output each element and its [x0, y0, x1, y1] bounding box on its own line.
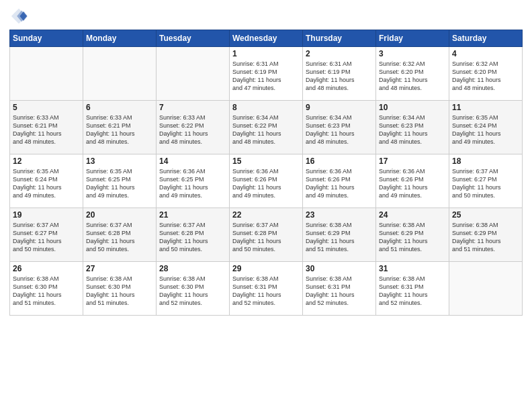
- cell-content: Sunrise: 6:36 AM Sunset: 6:26 PM Dayligh…: [306, 167, 373, 200]
- calendar-cell: 17Sunrise: 6:36 AM Sunset: 6:26 PM Dayli…: [376, 154, 449, 208]
- cell-content: Sunrise: 6:33 AM Sunset: 6:21 PM Dayligh…: [13, 113, 80, 146]
- calendar-cell: 24Sunrise: 6:38 AM Sunset: 6:29 PM Dayli…: [376, 208, 449, 262]
- day-number: 18: [452, 156, 519, 166]
- day-number: 1: [232, 49, 300, 58]
- day-number: 8: [232, 103, 300, 112]
- calendar-header: SundayMondayTuesdayWednesdayThursdayFrid…: [10, 30, 523, 47]
- cell-content: Sunrise: 6:35 AM Sunset: 6:25 PM Dayligh…: [86, 167, 153, 200]
- calendar-cell: 27Sunrise: 6:38 AM Sunset: 6:30 PM Dayli…: [83, 262, 157, 316]
- calendar-cell: 7Sunrise: 6:33 AM Sunset: 6:22 PM Daylig…: [157, 101, 230, 154]
- calendar-cell: 11Sunrise: 6:35 AM Sunset: 6:24 PM Dayli…: [449, 101, 523, 154]
- calendar-cell: 3Sunrise: 6:32 AM Sunset: 6:20 PM Daylig…: [376, 47, 449, 101]
- cell-content: Sunrise: 6:37 AM Sunset: 6:27 PM Dayligh…: [13, 221, 80, 254]
- day-number: 10: [379, 103, 446, 112]
- calendar-cell: 2Sunrise: 6:31 AM Sunset: 6:19 PM Daylig…: [303, 47, 376, 101]
- calendar-cell: 20Sunrise: 6:37 AM Sunset: 6:28 PM Dayli…: [83, 208, 157, 262]
- calendar-cell: 13Sunrise: 6:35 AM Sunset: 6:25 PM Dayli…: [83, 154, 157, 208]
- day-number: 7: [159, 103, 226, 112]
- cell-content: Sunrise: 6:38 AM Sunset: 6:29 PM Dayligh…: [306, 221, 373, 254]
- calendar-cell: 25Sunrise: 6:38 AM Sunset: 6:29 PM Dayli…: [449, 208, 523, 262]
- calendar-week-row: 1Sunrise: 6:31 AM Sunset: 6:19 PM Daylig…: [10, 47, 523, 101]
- cell-content: Sunrise: 6:36 AM Sunset: 6:25 PM Dayligh…: [159, 167, 226, 200]
- day-number: 15: [232, 156, 300, 166]
- calendar-cell: 21Sunrise: 6:37 AM Sunset: 6:28 PM Dayli…: [157, 208, 230, 262]
- calendar-cell: 4Sunrise: 6:32 AM Sunset: 6:20 PM Daylig…: [449, 47, 523, 101]
- calendar-cell: 10Sunrise: 6:34 AM Sunset: 6:23 PM Dayli…: [376, 101, 449, 154]
- day-number: 26: [13, 264, 80, 273]
- day-number: 12: [13, 156, 80, 166]
- day-number: 13: [86, 156, 153, 166]
- day-number: 9: [306, 103, 373, 112]
- cell-content: Sunrise: 6:38 AM Sunset: 6:30 PM Dayligh…: [13, 275, 80, 308]
- cell-content: Sunrise: 6:38 AM Sunset: 6:30 PM Dayligh…: [86, 275, 153, 308]
- calendar-cell: 9Sunrise: 6:34 AM Sunset: 6:23 PM Daylig…: [303, 101, 376, 154]
- weekday-header: Monday: [83, 30, 157, 47]
- calendar-cell: [10, 47, 83, 101]
- cell-content: Sunrise: 6:38 AM Sunset: 6:31 PM Dayligh…: [232, 275, 300, 308]
- day-number: 6: [86, 103, 153, 112]
- calendar-cell: [83, 47, 157, 101]
- cell-content: Sunrise: 6:33 AM Sunset: 6:22 PM Dayligh…: [159, 113, 226, 146]
- weekday-header: Sunday: [10, 30, 83, 47]
- weekday-header: Wednesday: [230, 30, 303, 47]
- calendar-cell: 14Sunrise: 6:36 AM Sunset: 6:25 PM Dayli…: [157, 154, 230, 208]
- day-number: 20: [86, 210, 153, 220]
- calendar-cell: 12Sunrise: 6:35 AM Sunset: 6:24 PM Dayli…: [10, 154, 83, 208]
- calendar-cell: 22Sunrise: 6:37 AM Sunset: 6:28 PM Dayli…: [230, 208, 303, 262]
- calendar-cell: 5Sunrise: 6:33 AM Sunset: 6:21 PM Daylig…: [10, 101, 83, 154]
- calendar-cell: 29Sunrise: 6:38 AM Sunset: 6:31 PM Dayli…: [230, 262, 303, 316]
- weekday-row: SundayMondayTuesdayWednesdayThursdayFrid…: [10, 30, 523, 47]
- calendar-cell: 1Sunrise: 6:31 AM Sunset: 6:19 PM Daylig…: [230, 47, 303, 101]
- cell-content: Sunrise: 6:35 AM Sunset: 6:24 PM Dayligh…: [452, 113, 519, 146]
- day-number: 19: [13, 210, 80, 220]
- cell-content: Sunrise: 6:37 AM Sunset: 6:28 PM Dayligh…: [86, 221, 153, 254]
- calendar-cell: 6Sunrise: 6:33 AM Sunset: 6:21 PM Daylig…: [83, 101, 157, 154]
- day-number: 21: [159, 210, 226, 220]
- weekday-header: Saturday: [449, 30, 523, 47]
- cell-content: Sunrise: 6:38 AM Sunset: 6:30 PM Dayligh…: [159, 275, 226, 308]
- calendar-cell: 31Sunrise: 6:38 AM Sunset: 6:31 PM Dayli…: [376, 262, 449, 316]
- day-number: 11: [452, 103, 519, 112]
- day-number: 14: [159, 156, 226, 166]
- calendar-cell: [157, 47, 230, 101]
- calendar-body: 1Sunrise: 6:31 AM Sunset: 6:19 PM Daylig…: [10, 47, 523, 316]
- day-number: 22: [232, 210, 300, 220]
- day-number: 27: [86, 264, 153, 273]
- cell-content: Sunrise: 6:37 AM Sunset: 6:27 PM Dayligh…: [452, 167, 519, 200]
- cell-content: Sunrise: 6:36 AM Sunset: 6:26 PM Dayligh…: [232, 167, 300, 200]
- calendar-cell: 8Sunrise: 6:34 AM Sunset: 6:22 PM Daylig…: [230, 101, 303, 154]
- cell-content: Sunrise: 6:38 AM Sunset: 6:29 PM Dayligh…: [452, 221, 519, 254]
- day-number: 25: [452, 210, 519, 220]
- day-number: 4: [452, 49, 519, 58]
- cell-content: Sunrise: 6:38 AM Sunset: 6:29 PM Dayligh…: [379, 221, 446, 254]
- day-number: 17: [379, 156, 446, 166]
- cell-content: Sunrise: 6:35 AM Sunset: 6:24 PM Dayligh…: [13, 167, 80, 200]
- calendar-week-row: 5Sunrise: 6:33 AM Sunset: 6:21 PM Daylig…: [10, 101, 523, 154]
- day-number: 16: [306, 156, 373, 166]
- calendar-cell: 30Sunrise: 6:38 AM Sunset: 6:31 PM Dayli…: [303, 262, 376, 316]
- calendar-week-row: 26Sunrise: 6:38 AM Sunset: 6:30 PM Dayli…: [10, 262, 523, 316]
- calendar-cell: 15Sunrise: 6:36 AM Sunset: 6:26 PM Dayli…: [230, 154, 303, 208]
- day-number: 29: [232, 264, 300, 273]
- cell-content: Sunrise: 6:38 AM Sunset: 6:31 PM Dayligh…: [306, 275, 373, 308]
- weekday-header: Tuesday: [157, 30, 230, 47]
- cell-content: Sunrise: 6:31 AM Sunset: 6:19 PM Dayligh…: [306, 60, 373, 93]
- calendar-cell: 26Sunrise: 6:38 AM Sunset: 6:30 PM Dayli…: [10, 262, 83, 316]
- cell-content: Sunrise: 6:37 AM Sunset: 6:28 PM Dayligh…: [232, 221, 300, 254]
- logo: [9, 7, 31, 26]
- weekday-header: Friday: [376, 30, 449, 47]
- cell-content: Sunrise: 6:32 AM Sunset: 6:20 PM Dayligh…: [452, 60, 519, 93]
- logo-icon: [9, 7, 28, 26]
- calendar-cell: 23Sunrise: 6:38 AM Sunset: 6:29 PM Dayli…: [303, 208, 376, 262]
- calendar-week-row: 19Sunrise: 6:37 AM Sunset: 6:27 PM Dayli…: [10, 208, 523, 262]
- cell-content: Sunrise: 6:38 AM Sunset: 6:31 PM Dayligh…: [379, 275, 446, 308]
- cell-content: Sunrise: 6:34 AM Sunset: 6:23 PM Dayligh…: [379, 113, 446, 146]
- cell-content: Sunrise: 6:32 AM Sunset: 6:20 PM Dayligh…: [379, 60, 446, 93]
- calendar-cell: 18Sunrise: 6:37 AM Sunset: 6:27 PM Dayli…: [449, 154, 523, 208]
- calendar-cell: 19Sunrise: 6:37 AM Sunset: 6:27 PM Dayli…: [10, 208, 83, 262]
- calendar-cell: [449, 262, 523, 316]
- day-number: 3: [379, 49, 446, 58]
- cell-content: Sunrise: 6:37 AM Sunset: 6:28 PM Dayligh…: [159, 221, 226, 254]
- cell-content: Sunrise: 6:34 AM Sunset: 6:22 PM Dayligh…: [232, 113, 300, 146]
- day-number: 5: [13, 103, 80, 112]
